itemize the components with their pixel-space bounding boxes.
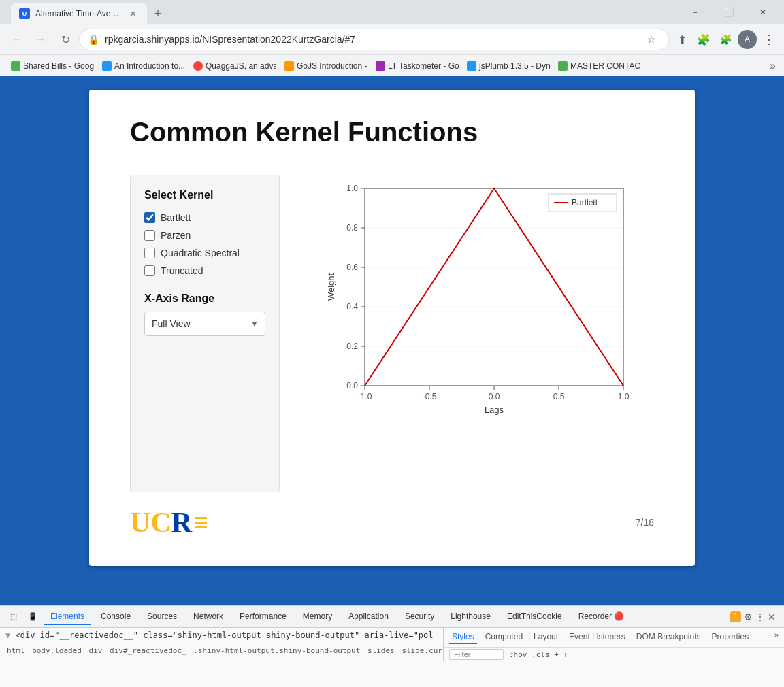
controls-title: Select Kernel bbox=[144, 189, 265, 201]
checkbox-quadratic-spectral[interactable]: Quadratic Spectral bbox=[144, 248, 265, 258]
devtools-tab-lighthouse[interactable]: Lighthouse bbox=[444, 609, 497, 625]
svg-text:Lags: Lags bbox=[485, 405, 504, 415]
devtools-expand-icon[interactable]: » bbox=[774, 631, 779, 644]
forward-button[interactable]: → bbox=[30, 29, 52, 50]
ucr-uc-text: UC bbox=[130, 506, 172, 539]
truncated-checkbox[interactable] bbox=[144, 265, 155, 276]
window-controls: − ⬜ ✕ bbox=[679, 0, 779, 24]
bookmark-label-5: jsPlumb 1.3.5 - Dyn... bbox=[479, 61, 550, 71]
bookmark-item-0[interactable]: Shared Bills - Googl... bbox=[5, 60, 94, 72]
ucr-r-text: R bbox=[172, 506, 192, 539]
devtools-tab-memory[interactable]: Memory bbox=[296, 609, 339, 625]
svg-text:Weight: Weight bbox=[326, 273, 336, 301]
profile-button[interactable]: A bbox=[738, 30, 757, 49]
tab-close-button[interactable]: ✕ bbox=[127, 7, 139, 20]
quadratic-spectral-label: Quadratic Spectral bbox=[161, 248, 240, 258]
devtools-tab-editthiscookie[interactable]: EditThisCookie bbox=[500, 609, 569, 625]
devtools-overflow-icon[interactable]: ⋮ bbox=[755, 611, 765, 622]
svg-text:-0.5: -0.5 bbox=[423, 392, 437, 401]
devtools-code-line: <div id="__reactivedoc__" class="shiny-h… bbox=[15, 631, 433, 640]
menu-button[interactable]: ⋮ bbox=[760, 30, 779, 49]
page-content: Common Kernel Functions Select Kernel Ba… bbox=[0, 76, 784, 605]
breadcrumb-slides[interactable]: slides bbox=[366, 646, 396, 655]
close-button[interactable]: ✕ bbox=[747, 0, 779, 24]
checkbox-truncated[interactable]: Truncated bbox=[144, 265, 265, 276]
new-tab-button[interactable]: + bbox=[147, 3, 169, 24]
devtools-filter-input[interactable] bbox=[449, 649, 504, 660]
parzen-checkbox[interactable] bbox=[144, 230, 155, 241]
extension-puzzle-button[interactable]: 🧩 bbox=[716, 30, 735, 49]
devtools-breadcrumb: html body.loaded div div#_reactivedoc_ .… bbox=[0, 643, 443, 658]
breadcrumb-body[interactable]: body.loaded bbox=[31, 646, 83, 655]
devtools-computed-tab[interactable]: Computed bbox=[483, 631, 525, 644]
bookmark-star-button[interactable]: ☆ bbox=[642, 30, 661, 49]
checkbox-bartlett[interactable]: Bartlett bbox=[144, 212, 265, 223]
devtools-gear-icon[interactable]: ⚙ bbox=[744, 611, 753, 622]
svg-text:0.5: 0.5 bbox=[553, 392, 565, 401]
devtools-tab-performance[interactable]: Performance bbox=[233, 609, 293, 625]
devtools-inspect-button[interactable]: ⬚ bbox=[5, 609, 22, 625]
breadcrumb-div[interactable]: div bbox=[88, 646, 104, 655]
breadcrumb-div-reactivedoc[interactable]: div#_reactivedoc_ bbox=[108, 646, 188, 655]
address-bar-row: ← → ↻ 🔒 rpkgarcia.shinyapps.io/NISpresen… bbox=[0, 24, 784, 54]
bookmark-label-3: GoJS Introduction -... bbox=[297, 61, 368, 71]
bookmark-label-6: MASTER CONTACT... bbox=[570, 61, 641, 71]
breadcrumb-slide-current[interactable]: slide.current bbox=[400, 646, 443, 655]
bookmark-favicon-2 bbox=[193, 61, 203, 71]
bookmark-item-2[interactable]: QuaggaJS, an adva... bbox=[188, 60, 276, 72]
kernel-checkbox-group: Bartlett Parzen Quadratic Spectral Trunc… bbox=[144, 212, 265, 276]
slide-page-indicator: 7/18 bbox=[636, 517, 654, 528]
quadratic-spectral-checkbox[interactable] bbox=[144, 248, 155, 258]
devtools-settings-button[interactable]: 1 ⚙ ⋮ ✕ bbox=[728, 609, 779, 625]
svg-text:Bartlett: Bartlett bbox=[572, 198, 598, 207]
devtools-tab-network[interactable]: Network bbox=[186, 609, 230, 625]
axis-range-label: X-Axis Range bbox=[144, 292, 265, 305]
devtools-tab-console[interactable]: Console bbox=[94, 609, 137, 625]
devtools-left-icons: ⬚ 📱 bbox=[5, 609, 41, 625]
breadcrumb-shiny[interactable]: .shiny-html-output.shiny-bound-output bbox=[192, 646, 361, 655]
ucr-logo: UC R bbox=[130, 506, 207, 539]
devtools-left-panel: ▼ <div id="__reactivedoc__" class="shiny… bbox=[0, 628, 444, 661]
back-button[interactable]: ← bbox=[5, 29, 27, 50]
bookmark-item-6[interactable]: MASTER CONTACT... bbox=[553, 60, 641, 72]
restore-button[interactable]: ⬜ bbox=[713, 0, 745, 24]
devtools-properties-tab[interactable]: Properties bbox=[709, 631, 752, 644]
devtools-device-button[interactable]: 📱 bbox=[24, 609, 41, 625]
devtools-layout-tab[interactable]: Layout bbox=[531, 631, 561, 644]
devtools-dom-breakpoints-tab[interactable]: DOM Breakpoints bbox=[634, 631, 704, 644]
slide-body: Select Kernel Bartlett Parzen Quadratic … bbox=[130, 175, 654, 492]
checkbox-parzen[interactable]: Parzen bbox=[144, 230, 265, 241]
bartlett-label: Bartlett bbox=[161, 212, 191, 223]
bartlett-checkbox[interactable] bbox=[144, 212, 155, 223]
devtools-close-icon[interactable]: ✕ bbox=[768, 611, 776, 622]
devtools-filter-bar: :hov .cls + ↑ bbox=[444, 648, 784, 661]
devtools-event-listeners-tab[interactable]: Event Listeners bbox=[566, 631, 628, 644]
axis-range-select[interactable]: Full View Positive Only Negative Only bbox=[144, 312, 265, 336]
bookmarks-more-button[interactable]: » bbox=[767, 58, 779, 73]
devtools-tab-elements[interactable]: Elements bbox=[44, 609, 91, 625]
devtools-tabs: ⬚ 📱 Elements Console Sources Network Per… bbox=[0, 606, 784, 628]
devtools-right-tabs: Styles Computed Layout Event Listeners D… bbox=[444, 628, 784, 648]
breadcrumb-html[interactable]: html bbox=[5, 646, 27, 655]
bookmark-item-4[interactable]: LT Taskometer - Go... bbox=[370, 60, 459, 72]
devtools-styles-tab[interactable]: Styles bbox=[449, 631, 477, 644]
svg-text:1.0: 1.0 bbox=[618, 392, 630, 401]
bookmark-item-5[interactable]: jsPlumb 1.3.5 - Dyn... bbox=[461, 60, 550, 72]
tab-favicon: U bbox=[19, 8, 30, 19]
bookmark-item-3[interactable]: GoJS Introduction -... bbox=[279, 60, 368, 72]
devtools-tab-recorder[interactable]: Recorder 🔴 bbox=[572, 609, 632, 625]
devtools-tab-security[interactable]: Security bbox=[398, 609, 441, 625]
bookmark-label-4: LT Taskometer - Go... bbox=[388, 61, 459, 71]
refresh-button[interactable]: ↻ bbox=[54, 29, 76, 50]
extensions-button[interactable]: 🧩 bbox=[694, 30, 713, 49]
lock-icon: 🔒 bbox=[88, 34, 99, 45]
devtools-hov-cls[interactable]: :hov .cls + ↑ bbox=[509, 650, 568, 659]
address-box[interactable]: 🔒 rpkgarcia.shinyapps.io/NISpresentation… bbox=[79, 29, 670, 50]
devtools-tab-application[interactable]: Application bbox=[342, 609, 395, 625]
minimize-button[interactable]: − bbox=[679, 0, 710, 24]
devtools-tab-sources[interactable]: Sources bbox=[140, 609, 184, 625]
bookmark-item-1[interactable]: An Introduction to... bbox=[97, 60, 185, 72]
active-tab[interactable]: U Alternative Time-Average Covar... ✕ bbox=[11, 3, 147, 24]
share-button[interactable]: ⬆ bbox=[672, 30, 691, 49]
truncated-label: Truncated bbox=[161, 265, 203, 276]
